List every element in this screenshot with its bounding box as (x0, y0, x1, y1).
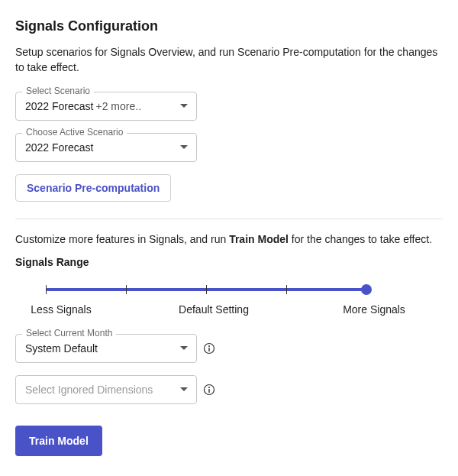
current-month-label: Select Current Month (22, 328, 116, 338)
page-title: Signals Configuration (15, 18, 443, 34)
section-divider (15, 219, 443, 219)
ignored-dimensions-dropdown[interactable]: Select Ignored Dimensions (15, 375, 197, 404)
slider-label-mid: Default Setting (179, 303, 249, 316)
slider-label-left: Less Signals (31, 303, 91, 316)
scenario-precomputation-button[interactable]: Scenario Pre-computation (15, 174, 171, 202)
info-icon[interactable] (203, 342, 215, 355)
svg-point-4 (208, 387, 210, 388)
select-scenario-label: Select Scenario (22, 86, 94, 96)
train-model-button[interactable]: Train Model (15, 426, 102, 456)
active-scenario-value: 2022 Forecast (25, 141, 94, 154)
active-scenario-label: Choose Active Scenario (22, 127, 127, 138)
select-scenario-field: Select Scenario 2022 Forecast +2 more.. (15, 92, 197, 121)
signals-range-heading: Signals Range (15, 256, 443, 268)
signals-range-slider[interactable] (46, 288, 412, 291)
chevron-down-icon (179, 103, 189, 109)
chevron-down-icon (179, 144, 189, 151)
svg-point-1 (208, 345, 210, 347)
current-month-field: Select Current Month System Default (15, 334, 197, 363)
slider-thumb[interactable] (361, 284, 372, 295)
chevron-down-icon (179, 345, 189, 351)
ignored-dimensions-placeholder: Select Ignored Dimensions (25, 384, 153, 396)
select-scenario-extra: +2 more.. (96, 100, 142, 112)
info-icon[interactable] (203, 384, 215, 396)
page-subtitle: Setup scenarios for Signals Overview, an… (15, 45, 443, 75)
current-month-value: System Default (25, 342, 98, 355)
slider-label-right: More Signals (343, 303, 405, 316)
svg-rect-5 (208, 389, 209, 393)
chevron-down-icon (179, 387, 189, 393)
svg-rect-2 (208, 348, 209, 351)
select-scenario-value: 2022 Forecast (25, 100, 94, 112)
customize-intro: Customize more features in Signals, and … (15, 233, 443, 245)
slider-labels: Less Signals Default Setting More Signal… (31, 303, 397, 319)
active-scenario-field: Choose Active Scenario 2022 Forecast (15, 133, 197, 162)
